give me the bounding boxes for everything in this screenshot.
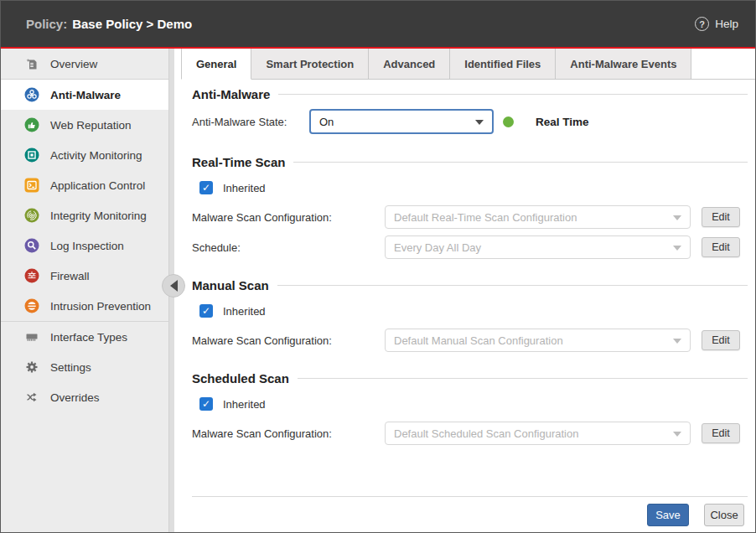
edit-malware-scan-configuration-button[interactable]: Edit <box>702 207 740 227</box>
sidebar-item-label: Interface Types <box>50 331 127 344</box>
magnifier-icon <box>24 238 39 253</box>
anti-malware-state-row: Anti-Malware State: On Real Time <box>192 109 748 134</box>
edit-schedule-button[interactable]: Edit <box>702 237 740 257</box>
tab-label: Anti-Malware Events <box>570 58 676 70</box>
tab-smart-protection[interactable]: Smart Protection <box>251 49 369 79</box>
thumbs-up-icon <box>24 117 39 132</box>
sidebar-item-label: Application Control <box>50 179 145 192</box>
tab-label: Identified Files <box>464 58 541 70</box>
section-title: Scheduled Scan <box>192 371 289 386</box>
inherited-label: Inherited <box>223 398 266 411</box>
sidebar-item-label: Integrity Monitoring <box>50 210 147 222</box>
biohazard-icon <box>24 87 39 102</box>
policy-prefix: Policy: <box>26 17 67 31</box>
status-text: Real Time <box>536 116 589 128</box>
inherited-checkbox[interactable]: ✓ <box>199 304 213 318</box>
edit-malware-scan-configuration-button[interactable]: Edit <box>702 423 740 443</box>
tab-bar: General Smart Protection Advanced Identi… <box>181 49 755 80</box>
sidebar-item-label: Overview <box>50 58 97 70</box>
sidebar-item-activity-monitoring[interactable]: Activity Monitoring <box>1 140 174 170</box>
question-circle-icon: ? <box>695 17 709 31</box>
save-button[interactable]: Save <box>647 504 689 526</box>
inherited-checkbox[interactable]: ✓ <box>199 397 213 411</box>
document-overview-icon <box>24 56 39 71</box>
tab-anti-malware-events[interactable]: Anti-Malware Events <box>556 49 691 79</box>
malware-scan-configuration-select: Default Manual Scan Configuration <box>385 329 691 352</box>
section-heading-real-time-scan: Real-Time Scan <box>192 154 748 169</box>
anti-malware-status: Real Time <box>503 116 589 128</box>
general-tab-panel: Anti-Malware Anti-Malware State: On Real… <box>174 80 755 445</box>
gear-icon <box>24 360 39 375</box>
realtime-inherited-row: ✓ Inherited <box>199 181 748 194</box>
sidebar-item-label: Firewall <box>50 270 90 282</box>
sidebar-collapse-handle[interactable] <box>162 272 185 299</box>
tab-advanced[interactable]: Advanced <box>369 49 450 79</box>
tab-identified-files[interactable]: Identified Files <box>450 49 556 79</box>
manual-inherited-row: ✓ Inherited <box>199 304 748 318</box>
footer-bar: Save Close <box>192 496 748 532</box>
scheduled-config-row: Malware Scan Configuration: Default Sche… <box>192 422 748 445</box>
malware-scan-configuration-label: Malware Scan Configuration: <box>192 427 385 440</box>
sidebar-item-label: Web Reputation <box>50 119 132 132</box>
anti-malware-state-label: Anti-Malware State: <box>192 116 309 128</box>
selected-option: Default Scheduled Scan Configuration <box>394 427 578 440</box>
shuffle-icon <box>24 390 39 405</box>
sidebar-item-log-inspection[interactable]: Log Inspection <box>1 230 174 261</box>
network-interface-icon <box>24 329 39 344</box>
sidebar-item-overview[interactable]: Overview <box>1 49 174 79</box>
chevron-down-icon <box>475 120 484 125</box>
shield-slats-icon <box>24 298 39 313</box>
section-heading-scheduled-scan: Scheduled Scan <box>192 370 748 386</box>
policy-editor-window: Policy:Base Policy > Demo ? Help Overvie… <box>0 0 756 533</box>
realtime-schedule-row: Schedule: Every Day All Day Edit <box>192 235 748 259</box>
tab-general[interactable]: General <box>181 49 251 80</box>
malware-scan-configuration-label: Malware Scan Configuration: <box>192 211 385 224</box>
main-content: General Smart Protection Advanced Identi… <box>174 49 755 532</box>
sidebar-item-label: Log Inspection <box>50 240 124 252</box>
inherited-label: Inherited <box>223 182 266 194</box>
sidebar-item-web-reputation[interactable]: Web Reputation <box>1 110 174 140</box>
malware-scan-configuration-select: Default Scheduled Scan Configuration <box>385 422 691 445</box>
sidebar: Overview Anti-Malware Web Reputation <box>1 49 174 532</box>
anti-malware-state-select[interactable]: On <box>309 109 494 134</box>
chevron-down-icon <box>673 432 681 437</box>
sidebar-item-anti-malware[interactable]: Anti-Malware <box>1 80 168 110</box>
fingerprint-icon <box>24 208 39 223</box>
schedule-label: Schedule: <box>192 241 385 254</box>
section-title: Real-Time Scan <box>192 155 285 169</box>
sidebar-item-settings[interactable]: Settings <box>1 352 174 382</box>
policy-name: Base Policy > Demo <box>72 17 192 31</box>
chevron-left-icon <box>170 280 178 292</box>
brick-wall-icon <box>24 268 39 283</box>
selected-option: Every Day All Day <box>394 241 481 254</box>
terminal-icon <box>24 178 39 193</box>
section-heading-anti-malware: Anti-Malware <box>192 86 748 101</box>
selected-option: Default Manual Scan Configuration <box>394 334 563 347</box>
edit-malware-scan-configuration-button[interactable]: Edit <box>702 330 740 350</box>
header-bar: Policy:Base Policy > Demo ? Help <box>1 1 755 47</box>
sidebar-item-label: Anti-Malware <box>50 89 121 101</box>
chevron-down-icon <box>673 339 681 344</box>
section-title: Manual Scan <box>192 278 269 292</box>
sidebar-item-application-control[interactable]: Application Control <box>1 170 174 200</box>
manual-config-row: Malware Scan Configuration: Default Manu… <box>192 329 748 352</box>
sidebar-item-interface-types[interactable]: Interface Types <box>1 322 174 352</box>
inherited-checkbox[interactable]: ✓ <box>199 181 213 194</box>
selected-option: On <box>319 116 334 128</box>
sidebar-item-intrusion-prevention[interactable]: Intrusion Prevention <box>1 291 174 321</box>
malware-scan-configuration-select: Default Real-Time Scan Configuration <box>385 205 691 229</box>
chevron-down-icon <box>673 246 681 251</box>
help-button[interactable]: ? Help <box>695 17 738 31</box>
tab-label: Smart Protection <box>266 58 354 70</box>
status-green-dot-icon <box>503 116 514 127</box>
selected-option: Default Real-Time Scan Configuration <box>394 211 577 224</box>
sidebar-item-integrity-monitoring[interactable]: Integrity Monitoring <box>1 200 174 230</box>
chevron-down-icon <box>673 215 681 220</box>
inherited-label: Inherited <box>223 305 266 318</box>
close-button[interactable]: Close <box>704 504 744 526</box>
square-monitor-icon <box>24 147 39 163</box>
sidebar-item-firewall[interactable]: Firewall <box>1 261 174 291</box>
realtime-config-row: Malware Scan Configuration: Default Real… <box>192 205 748 229</box>
sidebar-item-overrides[interactable]: Overrides <box>1 382 174 412</box>
tab-label: Advanced <box>383 58 435 70</box>
